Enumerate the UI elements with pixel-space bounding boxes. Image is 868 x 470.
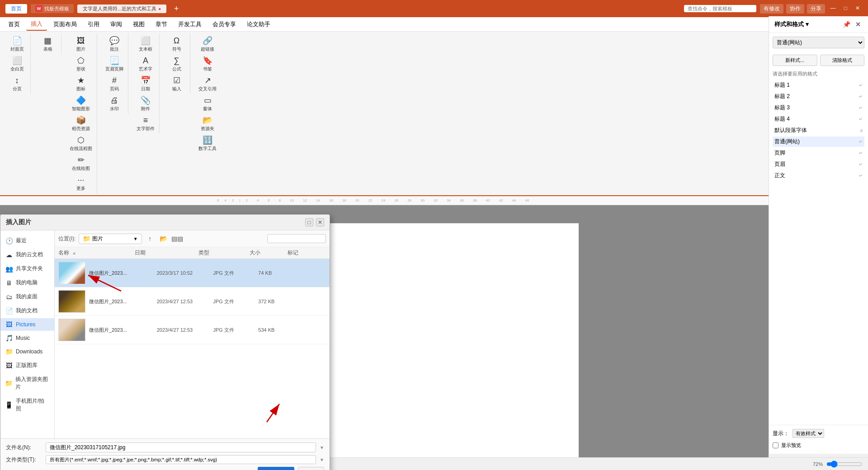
input-icon: ☑ [171,75,182,86]
clear-format-btn[interactable]: 清除格式 [820,55,865,66]
tab-chapter[interactable]: 章节 [151,19,172,30]
toolbar-btn-section[interactable]: # 页码 [107,74,122,93]
file-row-1[interactable]: 微信图片_2023... 2023/3/17 10:52 JPG 文件 74 K… [55,259,330,287]
preview-checkbox[interactable] [773,442,778,448]
nav-item-pictures[interactable]: 🖼 Pictures [0,318,54,331]
file-row-2[interactable]: 微信图片_2023... 2023/4/27 12:53 JPG 文件 372 … [55,287,330,316]
toolbar-btn-input[interactable]: ☑ 输入 [170,74,184,93]
tab-home[interactable]: 首页 [4,19,24,30]
tab-review[interactable]: 审阅 [106,19,127,30]
style-default-para[interactable]: 默认段落字体 a [773,125,864,136]
style-normal-web[interactable]: 普通(网站) ↵ [773,136,864,147]
wps-logo-tab[interactable]: W 找板壳模板 [31,4,74,13]
show-dropdown[interactable]: 有效样式 [793,429,824,438]
restore-btn[interactable]: □ [841,4,850,14]
nav-item-recent[interactable]: 🕐 最近 [0,234,54,247]
style-header[interactable]: 页眉 ↵ [773,159,864,169]
search-input[interactable] [684,5,756,12]
style-h3[interactable]: 标题 3 ↵ [773,103,864,113]
toolbar-btn-arttext[interactable]: A 艺术字 [137,54,154,73]
tab-insert[interactable]: 插入 [26,18,47,31]
collaborate-btn[interactable]: 协作 [786,4,804,14]
add-tab-button[interactable]: + [170,2,183,15]
toolbar-btn-digitool[interactable]: 🔢 数字工具 [197,134,218,153]
toolbar-btn-flow[interactable]: ⬡ 在线流程图 [68,134,94,153]
tab-dev[interactable]: 开发工具 [174,19,206,30]
smart-label: 智能图形 [72,106,90,112]
toolbar-btn-break[interactable]: ↕ 分页 [10,74,24,93]
tab-view[interactable]: 视图 [128,19,149,30]
filetype-input[interactable] [46,455,316,464]
nav-item-phone[interactable]: 📱 手机图片/拍照 [0,395,54,415]
toolbar-btn-shape[interactable]: ⬠ 形状 [74,54,88,73]
toolbar-btn-textbox[interactable]: ⬜ 文本框 [137,34,154,53]
nav-item-insertres[interactable]: 📁 插入资源夹图片 [0,373,54,394]
nav-item-mypc[interactable]: 🖥 我的电脑 [0,276,54,289]
toolbar-btn-formula[interactable]: ∑ 公式 [170,54,184,73]
toolbar-btn-pagenum[interactable]: 📃 页眉页脚 [104,54,125,73]
share-btn[interactable]: 分享 [807,4,825,14]
edit-mode-btn[interactable]: 有修改 [760,4,783,14]
tab-layout[interactable]: 页面布局 [49,19,81,30]
nav-item-music[interactable]: 🎵 Music [0,332,54,344]
style-footer[interactable]: 页脚 ↵ [773,148,864,158]
toolbar-btn-crossref[interactable]: ↗ 交叉引用 [197,74,218,93]
open-button[interactable]: 打开(O) [258,467,294,470]
nav-item-shared[interactable]: 👥 共享文件夹 [0,262,54,275]
toolbar-btn-smart[interactable]: 🔷 智能图形 [70,94,92,113]
tab-ref[interactable]: 引用 [83,19,104,30]
toolbar-btn-date[interactable]: 📅 日期 [138,74,153,93]
toolbar-btn-body[interactable]: ▭ 窗体 [200,94,215,113]
dialog-maximize-btn[interactable]: □ [305,218,313,226]
file-row-3[interactable]: 微信图片_2023... 2023/4/27 12:53 JPG 文件 534 … [55,316,330,344]
style-h2[interactable]: 标题 2 ↵ [773,91,864,102]
cancel-button[interactable]: 取消 [298,467,324,470]
insertres-icon: 📁 [5,380,13,387]
active-doc-tab[interactable]: 文字是人类用符...近的方式和工具 ● [77,5,166,13]
new-style-btn[interactable]: 新样式... [773,55,817,66]
toolbar-btn-online[interactable]: ✏ 在线绘图 [70,154,92,173]
filename-input[interactable] [46,442,316,452]
toolbar-btn-comment[interactable]: 💬 批注 [107,34,122,53]
nav-item-desktop[interactable]: 🗂 我的桌面 [0,290,54,303]
minimize-btn[interactable]: — [828,4,839,14]
close-btn[interactable]: ✕ [853,4,863,14]
tab-paper[interactable]: 论文助手 [242,19,275,30]
toolbar-btn-blank[interactable]: ⬜ 全白页 [9,54,26,73]
zoom-slider[interactable] [826,461,863,468]
nav-item-mydocs[interactable]: 📄 我的文档 [0,304,54,317]
style-body[interactable]: 正文 ↵ [773,170,864,181]
nav-label-recent: 最近 [16,237,27,244]
style-h4[interactable]: 标题 4 ↵ [773,114,864,124]
nav-item-cloud[interactable]: ☁ 我的云文档 [0,248,54,261]
toolbar-btn-table[interactable]: ▦ 表格 [41,34,55,53]
nav-item-downloads[interactable]: 📁 Downloads [0,345,54,358]
toolbar-btn-cover[interactable]: 📄 封面页 [9,34,26,53]
home-tab[interactable]: 首页 [5,4,27,14]
toolbar-btn-attach[interactable]: 📎 附件 [138,94,153,113]
toolbar-btn-symbol[interactable]: Ω 符号 [170,34,184,53]
style-h1[interactable]: 标题 1 ↵ [773,80,864,90]
style-dropdown[interactable]: 普通(网站) [773,37,864,48]
toolbar-btn-watermark[interactable]: 🖨 水印 [107,94,122,113]
panel-pin-btn[interactable]: 📌 [842,20,851,29]
nav-item-library[interactable]: 🖼 正版图库 [0,359,54,372]
new-folder-btn[interactable]: 📂 [158,233,169,244]
tab-vip[interactable]: 会员专享 [208,19,241,30]
toolbar-btn-hyperlink[interactable]: 🔗 超链接 [199,34,216,53]
dialog-titlebar: 插入图片 □ ✕ [0,215,330,230]
nav-up-btn[interactable]: ↑ [145,233,156,244]
body-icon: ▭ [202,95,213,106]
toolbar-btn-resource[interactable]: 📦 稻壳资源 [70,114,92,133]
toolbar-btn-icon[interactable]: ★ 图标 [74,74,88,93]
location-dropdown[interactable]: 📁 图片 ▼ [79,234,142,244]
toolbar-btn-more[interactable]: ··· 更多 [74,174,88,193]
toolbar-btn-bookmark[interactable]: 🔖 书签 [200,54,215,73]
view-mode-btn[interactable]: ▤▤ [172,233,183,244]
dialog-close-btn[interactable]: ✕ [316,218,324,226]
toolbar-btn-resource2[interactable]: 📂 资源夹 [199,114,216,133]
toolbar-btn-image[interactable]: 🖼 图片 [74,34,88,53]
toolbar-btn-textpart[interactable]: ≡ 文字部件 [135,114,156,133]
panel-close-btn[interactable]: ✕ [854,20,863,29]
file-search-input[interactable] [267,234,326,243]
